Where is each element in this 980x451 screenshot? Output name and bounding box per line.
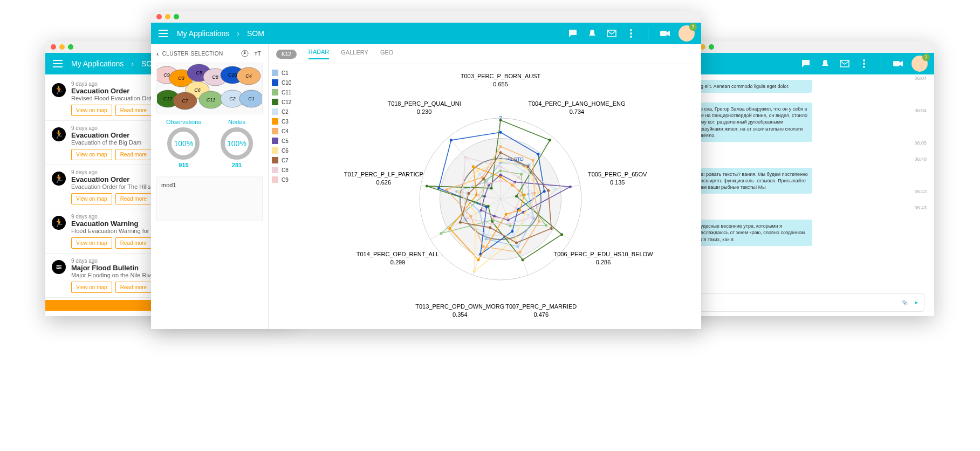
breadcrumb-root[interactable]: My Applications — [177, 29, 229, 38]
svg-point-104 — [532, 159, 534, 162]
svg-point-60 — [543, 190, 546, 193]
back-icon[interactable]: ‹ — [156, 50, 159, 58]
svg-point-107 — [518, 251, 521, 254]
max-dot[interactable] — [174, 14, 179, 19]
view-on-map-button[interactable]: View on map — [71, 193, 112, 204]
mail-icon[interactable] — [839, 58, 851, 70]
svg-point-93 — [478, 173, 481, 176]
max-dot[interactable] — [709, 44, 714, 50]
svg-point-98 — [505, 213, 508, 216]
chat-input[interactable]: 📎➤ — [690, 293, 924, 312]
legend-item[interactable]: C2 — [272, 108, 303, 115]
chat-pane: ng elit. Aenean commodo ligula eget dolo… — [686, 74, 934, 316]
avatar[interactable]: 7 — [912, 56, 928, 72]
run-icon: 🏃 — [52, 216, 66, 230]
svg-point-149 — [512, 182, 515, 185]
svg-text:C8: C8 — [212, 74, 218, 80]
menu-icon[interactable] — [52, 58, 64, 70]
text-size-icon[interactable]: тT — [253, 49, 263, 58]
legend-item[interactable]: C8 — [272, 167, 303, 173]
close-dot[interactable] — [156, 14, 162, 19]
k-pill[interactable]: K12 — [276, 50, 297, 59]
legend-item[interactable]: C6 — [272, 147, 303, 154]
center-window: My Applications › SOM 7 ‹ CLUSTER SELECT… — [151, 11, 701, 329]
svg-point-144 — [490, 222, 493, 225]
chat-bubble: ng elit. Aenean commodo ligula eget dolo… — [694, 80, 812, 93]
svg-point-1 — [863, 59, 865, 62]
read-more-button[interactable]: Read more — [115, 237, 152, 249]
svg-point-150 — [519, 194, 522, 197]
svg-point-124 — [524, 212, 526, 215]
bell-icon[interactable] — [586, 28, 598, 39]
svg-text:C11: C11 — [207, 97, 216, 102]
svg-point-78 — [515, 195, 518, 197]
legend-label: C7 — [282, 158, 289, 163]
view-on-map-button[interactable]: View on map — [71, 282, 112, 293]
observations-gauge: Observations 100% 915 — [166, 119, 201, 168]
tab-gallery[interactable]: GALLERY — [341, 49, 368, 59]
avatar[interactable]: 7 — [679, 25, 695, 42]
legend-item[interactable]: C11 — [272, 89, 303, 95]
view-on-map-button[interactable]: View on map — [71, 237, 112, 249]
chat-icon[interactable] — [800, 58, 812, 70]
more-icon[interactable] — [625, 28, 637, 39]
mail-icon[interactable] — [606, 28, 618, 39]
attach-icon[interactable]: 📎 — [902, 300, 908, 305]
bell-icon[interactable] — [819, 58, 831, 70]
legend-item[interactable]: C12 — [272, 99, 303, 105]
svg-point-146 — [461, 191, 464, 194]
legend-item[interactable]: C4 — [272, 128, 303, 134]
svg-point-127 — [475, 212, 477, 215]
chat-timestamp: 06:05 — [914, 140, 927, 146]
radar-axis-label: T018_PERC_P_QUAL_UNI0.230 — [387, 100, 461, 117]
svg-point-134 — [515, 242, 518, 244]
legend-swatch — [272, 147, 278, 154]
chart-legend: C1C10C11C12C2C3C4C5C6C7C8C9 — [269, 64, 306, 329]
legend-item[interactable]: C3 — [272, 118, 303, 125]
more-icon[interactable] — [858, 58, 870, 70]
chart-panel: K12 RADAR GALLERY GEO C1C10C11C12C2C3C4C… — [269, 44, 701, 329]
read-more-button[interactable]: Read more — [115, 149, 152, 160]
view-on-map-button[interactable]: View on map — [71, 105, 112, 116]
svg-point-96 — [523, 194, 526, 196]
tab-geo[interactable]: GEO — [380, 49, 393, 59]
video-icon[interactable] — [892, 58, 904, 70]
read-more-button[interactable]: Read more — [115, 105, 152, 116]
menu-icon[interactable] — [157, 28, 169, 39]
svg-point-153 — [492, 217, 495, 220]
breadcrumb-leaf[interactable]: SOM — [247, 29, 264, 38]
max-dot[interactable] — [68, 44, 73, 50]
svg-point-148 — [499, 180, 502, 182]
read-more-button[interactable]: Read more — [115, 193, 152, 204]
radar-axis-label: T013_PERC_OPD_OWN_MORG0.354 — [415, 303, 504, 319]
breadcrumb-root[interactable]: My Applications — [71, 59, 124, 68]
separator — [881, 57, 881, 70]
chevron-right-icon: › — [131, 59, 134, 68]
legend-item[interactable]: C9 — [272, 176, 303, 183]
legend-item[interactable]: C7 — [272, 157, 303, 163]
read-more-button[interactable]: Read more — [115, 282, 152, 293]
video-icon[interactable] — [659, 28, 671, 39]
model-box[interactable]: mod1 — [156, 176, 263, 221]
avatar-badge: 7 — [689, 23, 697, 31]
chat-icon[interactable] — [567, 28, 579, 39]
svg-point-62 — [511, 230, 513, 233]
close-dot[interactable] — [51, 44, 56, 50]
svg-text:C2: C2 — [229, 96, 236, 101]
view-on-map-button[interactable]: View on map — [71, 149, 112, 160]
tab-radar[interactable]: RADAR — [309, 49, 330, 59]
legend-swatch — [272, 128, 278, 134]
som-map[interactable]: C9C3C5C8C10C4C6C12C7C11C2C1 — [156, 63, 263, 114]
min-dot[interactable] — [165, 14, 170, 19]
radar-chart[interactable]: 2+1 STD T003_PERC_P_BORN_AUST0.655T004_P… — [306, 64, 701, 329]
compass-icon[interactable] — [240, 49, 250, 58]
radar-axis-label: T004_PERC_P_LANG_HOME_ENG0.734 — [528, 100, 625, 117]
min-dot[interactable] — [59, 44, 65, 50]
legend-item[interactable]: C10 — [272, 79, 303, 86]
send-icon[interactable]: ➤ — [914, 300, 919, 305]
legend-label: C5 — [282, 138, 289, 144]
svg-point-91 — [462, 219, 465, 222]
svg-point-83 — [426, 184, 428, 187]
legend-item[interactable]: C1 — [272, 70, 303, 76]
legend-item[interactable]: C5 — [272, 138, 303, 144]
